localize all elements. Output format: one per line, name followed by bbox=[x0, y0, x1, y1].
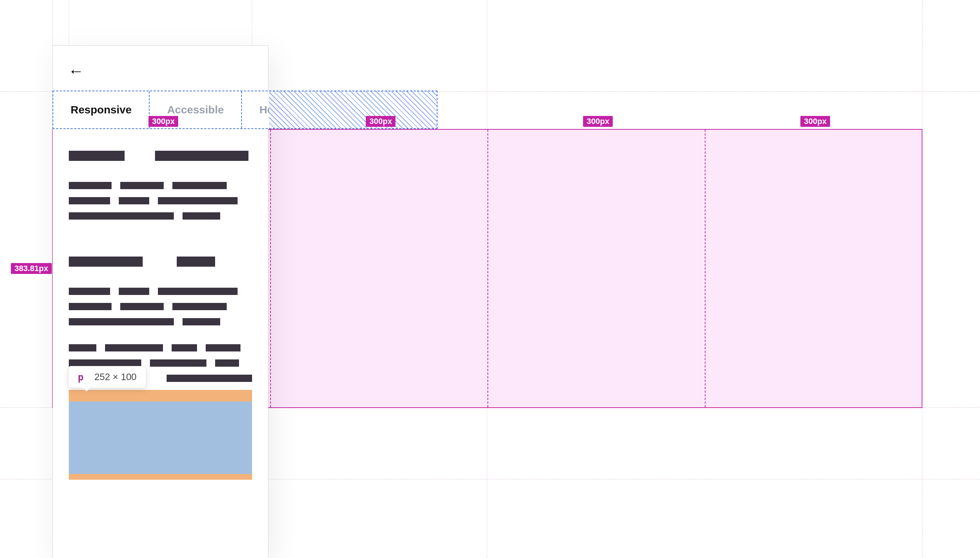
skeleton-block bbox=[167, 375, 252, 382]
skeleton-block bbox=[69, 288, 110, 295]
skeleton-text-row bbox=[69, 212, 252, 220]
skeleton-block bbox=[69, 256, 143, 267]
grid-col-width-badge: 300px bbox=[800, 116, 830, 127]
grid-column-divider bbox=[488, 130, 488, 407]
tooltip-dimensions: 252 × 100 bbox=[95, 371, 137, 382]
skeleton-text-row bbox=[69, 288, 252, 295]
skeleton-block bbox=[158, 288, 237, 295]
skeleton-block bbox=[69, 318, 174, 325]
skeleton-text-row bbox=[69, 318, 252, 325]
back-arrow-icon[interactable]: ← bbox=[68, 63, 84, 79]
skeleton-block bbox=[183, 212, 220, 220]
skeleton-block bbox=[69, 344, 97, 351]
tab-accessible[interactable]: Accessible bbox=[150, 91, 242, 128]
skeleton-block bbox=[155, 151, 249, 161]
skeleton-block bbox=[119, 288, 149, 295]
skeleton-block bbox=[172, 182, 227, 189]
skeleton-block bbox=[69, 197, 110, 204]
skeleton-block bbox=[69, 151, 124, 161]
tab-label: Horizontal bbox=[259, 103, 269, 116]
padding-highlight-top bbox=[69, 390, 252, 402]
content-card bbox=[69, 228, 252, 390]
skeleton-block bbox=[183, 318, 220, 325]
skeleton-block bbox=[69, 212, 174, 220]
content-box-highlight bbox=[69, 402, 252, 474]
skeleton-block bbox=[158, 197, 237, 204]
grid-column-divider bbox=[705, 130, 705, 407]
element-inspector-tooltip: p 252 × 100 bbox=[68, 366, 146, 388]
skeleton-block bbox=[206, 344, 241, 351]
device-header: ← bbox=[53, 46, 268, 91]
tab-label: Responsive bbox=[70, 103, 131, 116]
tab-responsive[interactable]: Responsive bbox=[53, 91, 150, 128]
guide-vertical bbox=[487, 0, 487, 558]
skeleton-block bbox=[172, 344, 197, 351]
tab-horizontal[interactable]: Horizontal bbox=[242, 91, 269, 128]
tab-row: Responsive Accessible Horizontal bbox=[53, 91, 269, 128]
grid-col-width-badge: 300px bbox=[583, 116, 613, 127]
content-card bbox=[69, 129, 252, 228]
skeleton-text-row bbox=[69, 344, 252, 351]
skeleton-text-row bbox=[69, 303, 252, 310]
tab-row-overflow-indicator: Responsive Accessible Horizontal bbox=[52, 90, 437, 129]
skeleton-heading-row bbox=[69, 151, 252, 161]
skeleton-block bbox=[177, 256, 215, 267]
tooltip-tag-name: p bbox=[78, 372, 83, 382]
skeleton-block bbox=[69, 303, 111, 310]
skeleton-block bbox=[119, 197, 149, 204]
skeleton-block bbox=[172, 303, 227, 310]
skeleton-block bbox=[150, 359, 206, 367]
skeleton-text-row bbox=[69, 359, 252, 367]
grid-column-divider bbox=[270, 130, 271, 407]
skeleton-block bbox=[120, 182, 164, 189]
content-card-hovered bbox=[69, 390, 252, 480]
skeleton-block bbox=[69, 359, 141, 367]
content-column bbox=[69, 129, 252, 558]
skeleton-block bbox=[105, 344, 163, 351]
skeleton-block bbox=[215, 359, 239, 367]
guide-vertical bbox=[922, 0, 923, 558]
skeleton-text-row bbox=[69, 197, 252, 204]
padding-highlight-bottom bbox=[69, 474, 252, 480]
skeleton-text-row bbox=[69, 182, 252, 189]
grid-row-height-badge: 383.81px bbox=[11, 263, 52, 274]
skeleton-block bbox=[120, 303, 164, 310]
tab-label: Accessible bbox=[167, 103, 224, 116]
skeleton-heading-row bbox=[69, 256, 252, 267]
skeleton-block bbox=[69, 182, 111, 189]
